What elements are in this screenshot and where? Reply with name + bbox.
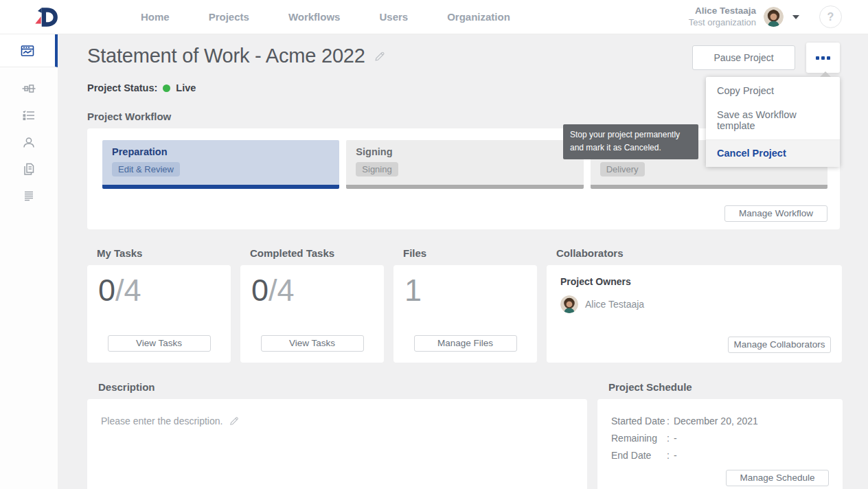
manage-schedule-button[interactable]: Manage Schedule — [726, 470, 829, 486]
project-schedule-label: Project Schedule — [597, 381, 843, 393]
notes-icon — [21, 187, 37, 204]
help-button[interactable]: ? — [819, 5, 842, 28]
sidebar-item-workflow[interactable] — [0, 76, 58, 102]
my-tasks-card: 0/4 View Tasks — [87, 265, 231, 363]
my-tasks-label: My Tasks — [87, 247, 231, 259]
menu-item-copy-project[interactable]: Copy Project — [706, 79, 840, 103]
files-count: 1 — [404, 273, 526, 308]
page-title: Statement of Work - Acme 2022 — [87, 45, 365, 67]
menu-item-cancel-project[interactable]: Cancel Project — [706, 140, 840, 167]
menu-item-save-as-workflow-template[interactable]: Save as Workflow template — [706, 103, 840, 138]
more-options-button[interactable] — [806, 43, 840, 73]
sidebar-item-notes[interactable] — [0, 183, 58, 209]
collaborators-label: Collaborators — [547, 247, 842, 259]
description-label: Description — [87, 381, 587, 393]
more-options-icon — [816, 56, 819, 60]
owner-avatar — [560, 295, 578, 313]
nav-item-users[interactable]: Users — [379, 11, 408, 23]
sidebar-item-users[interactable] — [0, 129, 58, 155]
stage-preparation[interactable]: Preparation Edit & Review — [102, 140, 339, 189]
avatar-image — [764, 7, 784, 27]
project-status-label: Project Status: — [87, 82, 157, 93]
users-icon — [21, 134, 37, 150]
logo-icon — [32, 6, 59, 28]
schedule-row-end: End Date:- — [611, 450, 829, 462]
completed-tasks-label: Completed Tasks — [240, 247, 384, 259]
user-menu[interactable]: Alice Testaaja Test organization ? — [689, 5, 842, 28]
sidebar — [0, 34, 58, 489]
user-organization: Test organization — [689, 17, 756, 28]
owner-row: Alice Testaaja — [560, 295, 831, 313]
user-menu-caret-icon[interactable] — [792, 15, 799, 19]
schedule-row-started: Started Date:December 20, 2021 — [611, 416, 829, 427]
edit-description-icon[interactable] — [229, 416, 240, 427]
user-name: Alice Testaaja — [689, 5, 756, 17]
schedule-row-remaining: Remaining:- — [611, 433, 829, 444]
more-options-menu: Copy Project Save as Workflow template C… — [706, 77, 840, 167]
edit-title-icon[interactable] — [374, 50, 386, 62]
files-label: Files — [393, 247, 537, 259]
sidebar-item-files[interactable] — [0, 156, 58, 182]
stage-title: Signing — [356, 146, 573, 157]
user-avatar[interactable] — [764, 7, 784, 27]
cancel-project-tooltip: Stop your project permanently and mark i… — [563, 124, 698, 159]
nav-item-organization[interactable]: Organization — [447, 11, 510, 23]
files-card: 1 Manage Files — [393, 265, 537, 363]
completed-tasks-card: 0/4 View Tasks — [240, 265, 384, 363]
sidebar-item-dashboard[interactable] — [0, 34, 58, 67]
manage-files-button[interactable]: Manage Files — [414, 335, 517, 352]
project-schedule-card: Started Date:December 20, 2021 Remaining… — [597, 399, 843, 489]
tasks-icon — [21, 107, 37, 124]
description-placeholder: Please enter the description. — [101, 416, 222, 427]
manage-collaborators-button[interactable]: Manage Collaborators — [728, 337, 831, 353]
pause-project-button[interactable]: Pause Project — [692, 45, 795, 70]
my-tasks-count: 0/4 — [98, 273, 220, 308]
app-logo[interactable] — [32, 6, 62, 28]
project-status-value: Live — [176, 82, 196, 93]
user-info: Alice Testaaja Test organization — [689, 5, 756, 28]
stage-chip: Edit & Review — [112, 162, 180, 177]
stage-signing[interactable]: Signing Signing — [346, 140, 583, 189]
top-nav: Home Projects Workflows Users Organizati… — [0, 0, 868, 34]
stage-title: Preparation — [112, 146, 330, 157]
completed-tasks-count: 0/4 — [251, 273, 373, 308]
view-completed-tasks-button[interactable]: View Tasks — [261, 335, 364, 352]
project-owners-label: Project Owners — [560, 276, 831, 287]
dashboard-icon — [19, 43, 36, 59]
nav-item-projects[interactable]: Projects — [209, 11, 249, 23]
manage-workflow-button[interactable]: Manage Workflow — [724, 205, 827, 222]
collaborators-card: Project Owners — [547, 265, 842, 363]
main-content: Statement of Work - Acme 2022 Pause Proj… — [58, 34, 868, 489]
main-nav: Home Projects Workflows Users Organizati… — [141, 11, 510, 23]
nav-item-workflows[interactable]: Workflows — [288, 11, 341, 23]
workflow-icon — [21, 80, 37, 97]
description-card: Please enter the description. — [87, 399, 587, 489]
view-tasks-button[interactable]: View Tasks — [108, 335, 211, 352]
stage-chip: Signing — [356, 162, 398, 177]
owner-name: Alice Testaaja — [585, 299, 644, 310]
avatar-image — [560, 295, 578, 313]
stage-chip: Delivery — [600, 162, 645, 177]
files-icon — [21, 161, 37, 177]
nav-item-home[interactable]: Home — [141, 11, 170, 23]
status-live-dot — [163, 84, 170, 92]
sidebar-item-tasks[interactable] — [0, 102, 58, 128]
